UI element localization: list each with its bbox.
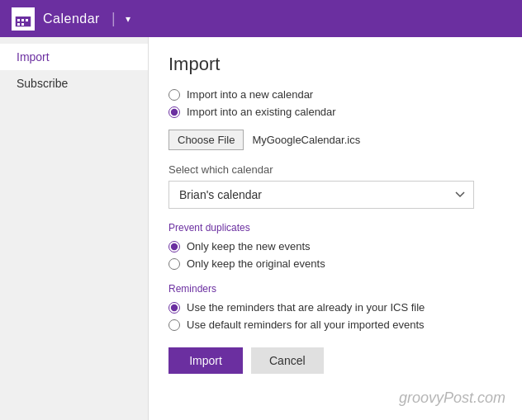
radio-existing-calendar-label: Import into an existing calendar: [187, 106, 336, 118]
svg-rect-4: [17, 19, 20, 21]
svg-rect-7: [17, 23, 20, 26]
svg-rect-6: [26, 19, 28, 21]
header-divider: |: [112, 10, 116, 27]
radio-reminders-default-label: Use default reminders for all your impor…: [187, 319, 425, 331]
radio-keep-new[interactable]: [168, 241, 180, 252]
prevent-duplicates-header: Prevent duplicates: [168, 222, 502, 234]
svg-rect-5: [21, 19, 24, 21]
selected-file-name: MyGoogleCalendar.ics: [252, 134, 360, 146]
calendar-app-icon: [12, 7, 35, 31]
radio-reminders-default[interactable]: [168, 319, 180, 331]
radio-reminders-default-item[interactable]: Use default reminders for all your impor…: [168, 319, 502, 331]
reminders-group: Use the reminders that are already in yo…: [168, 301, 502, 331]
app-title: Calendar: [43, 12, 100, 26]
radio-reminders-ics-item[interactable]: Use the reminders that are already in yo…: [168, 301, 502, 314]
page-title: Import: [168, 54, 502, 75]
radio-keep-original-item[interactable]: Only keep the original events: [168, 257, 502, 270]
header-dropdown-icon[interactable]: ▾: [126, 13, 130, 25]
radio-keep-new-label: Only keep the new events: [187, 240, 311, 252]
radio-reminders-ics[interactable]: [168, 302, 180, 314]
sidebar-item-import[interactable]: Import: [0, 44, 148, 70]
select-calendar-section: Select which calendar Brian's calendar: [168, 163, 502, 209]
radio-keep-original-label: Only keep the original events: [187, 257, 325, 270]
radio-new-calendar-item[interactable]: Import into a new calendar: [168, 88, 502, 101]
action-buttons: Import Cancel: [168, 347, 502, 374]
prevent-duplicates-section: Prevent duplicates Only keep the new eve…: [168, 222, 502, 270]
app-layout: Import Subscribe Import Import into a ne…: [0, 37, 522, 420]
choose-file-button[interactable]: Choose File: [168, 130, 244, 150]
radio-keep-original[interactable]: [168, 258, 180, 270]
radio-reminders-ics-label: Use the reminders that are already in yo…: [187, 301, 425, 314]
duplicates-group: Only keep the new events Only keep the o…: [168, 240, 502, 270]
radio-existing-calendar-item[interactable]: Import into an existing calendar: [168, 106, 502, 118]
app-header: Calendar | ▾: [0, 0, 522, 37]
radio-new-calendar-label: Import into a new calendar: [187, 88, 313, 101]
svg-rect-1: [15, 12, 31, 17]
main-content: Import Import into a new calendar Import…: [149, 37, 522, 420]
calendar-dropdown[interactable]: Brian's calendar: [168, 181, 474, 209]
reminders-header: Reminders: [168, 283, 502, 295]
import-button[interactable]: Import: [168, 347, 243, 374]
radio-keep-new-item[interactable]: Only keep the new events: [168, 240, 502, 252]
cancel-button[interactable]: Cancel: [251, 347, 324, 374]
radio-existing-calendar[interactable]: [168, 106, 180, 118]
svg-rect-8: [21, 23, 24, 26]
import-type-group: Import into a new calendar Import into a…: [168, 88, 502, 118]
reminders-section: Reminders Use the reminders that are alr…: [168, 283, 502, 331]
file-section: Choose File MyGoogleCalendar.ics: [168, 130, 502, 150]
select-calendar-label: Select which calendar: [168, 163, 502, 176]
radio-new-calendar[interactable]: [168, 89, 180, 101]
sidebar: Import Subscribe: [0, 37, 149, 420]
sidebar-item-subscribe[interactable]: Subscribe: [0, 70, 148, 97]
